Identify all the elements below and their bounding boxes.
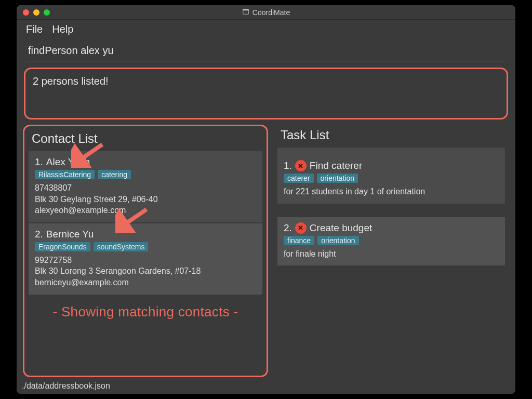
contact-tags: EragonSounds soundSystems — [35, 242, 256, 251]
close-window-button[interactable] — [23, 9, 29, 16]
menu-file[interactable]: File — [26, 23, 43, 35]
task-list-title: Task List — [273, 125, 509, 148]
task-tags: caterer orientation — [284, 174, 499, 183]
contact-address: Blk 30 Lorong 3 Serangoon Gardens, #07-1… — [35, 265, 256, 277]
app-window: CoordiMate File Help 2 persons listed! C… — [17, 5, 515, 394]
menubar: File Help — [17, 20, 515, 38]
contact-phone: 87438807 — [35, 182, 256, 194]
tag: RilassisCatering — [35, 170, 95, 179]
task-list: 1. Find caterer caterer orientation for … — [273, 148, 509, 267]
task-desc: for finale night — [284, 248, 499, 260]
task-index: 1. — [284, 160, 292, 171]
contact-card[interactable]: 1. Alex Yeoh RilassisCatering catering 8… — [29, 151, 262, 222]
tag: orientation — [317, 174, 358, 183]
task-card[interactable]: 2. Create budget finance orientation for… — [277, 217, 505, 266]
contact-tags: RilassisCatering catering — [35, 170, 256, 179]
tag: orientation — [317, 236, 358, 245]
status-x-icon — [295, 160, 307, 171]
tag: caterer — [284, 174, 314, 183]
titlebar: CoordiMate — [17, 5, 515, 20]
contact-name: Bernice Yu — [46, 229, 94, 240]
status-path: ./data/addressbook.json — [22, 381, 110, 390]
task-title: Create budget — [310, 222, 372, 234]
status-x-icon — [295, 222, 307, 234]
contact-list: 1. Alex Yeoh RilassisCatering catering 8… — [28, 151, 263, 296]
contact-email: alexyeoh@example.com — [35, 205, 256, 216]
zoom-window-button[interactable] — [44, 9, 50, 16]
panels: Contact List 1. Alex Yeoh RilassisCateri… — [17, 121, 515, 379]
svg-rect-0 — [243, 9, 249, 15]
menu-help[interactable]: Help — [52, 23, 73, 35]
command-container — [17, 38, 515, 62]
window-controls — [23, 9, 50, 16]
contact-list-title: Contact List — [28, 128, 263, 151]
task-tags: finance orientation — [284, 236, 499, 245]
tag: catering — [98, 170, 131, 179]
contact-list-panel: Contact List 1. Alex Yeoh RilassisCateri… — [23, 125, 268, 377]
tag: soundSystems — [94, 242, 149, 251]
minimize-window-button[interactable] — [33, 9, 39, 16]
task-desc: for 221 students in day 1 of orientation — [284, 186, 499, 197]
window-title-text: CoordiMate — [252, 8, 290, 17]
contact-phone: 99272758 — [35, 255, 256, 266]
contact-address: Blk 30 Geylang Street 29, #06-40 — [35, 194, 256, 205]
window-title: CoordiMate — [17, 8, 515, 17]
app-icon — [242, 8, 249, 17]
status-bar: ./data/addressbook.json — [17, 379, 515, 394]
annotation-caption: - Showing matching contacts - — [28, 296, 263, 325]
tag: finance — [284, 236, 314, 245]
contact-index: 2. — [35, 229, 43, 240]
contact-index: 1. — [35, 156, 43, 168]
result-box: 2 persons listed! — [24, 68, 508, 119]
task-index: 2. — [284, 222, 292, 234]
tag: EragonSounds — [35, 242, 90, 251]
contact-name: Alex Yeoh — [46, 156, 90, 168]
result-message: 2 persons listed! — [33, 75, 499, 87]
command-input[interactable] — [26, 42, 506, 61]
task-title: Find caterer — [310, 160, 362, 171]
contact-email: berniceyu@example.com — [35, 277, 256, 288]
svg-rect-1 — [243, 9, 249, 11]
contact-card[interactable]: 2. Bernice Yu EragonSounds soundSystems … — [29, 223, 262, 295]
task-card[interactable]: 1. Find caterer caterer orientation for … — [277, 148, 505, 204]
task-list-panel: Task List 1. Find caterer caterer orient… — [273, 125, 509, 377]
